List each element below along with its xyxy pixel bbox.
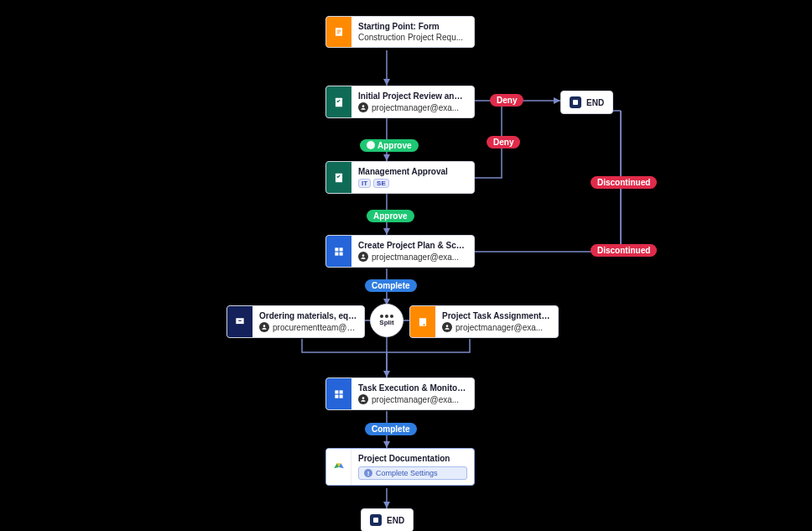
- node-initial-review[interactable]: Initial Project Review and Fe... project…: [325, 86, 475, 118]
- node-end[interactable]: END: [560, 91, 613, 114]
- svg-marker-7: [554, 97, 560, 104]
- svg-rect-18: [340, 252, 343, 255]
- svg-point-21: [263, 325, 266, 327]
- node-title: Create Project Plan & Sched...: [358, 241, 467, 250]
- assignee-row: projectmanager@exa...: [442, 322, 551, 332]
- svg-rect-12: [336, 97, 342, 107]
- node-ordering-materials[interactable]: Ordering materials, equipme... procureme…: [226, 305, 365, 338]
- svg-point-23: [446, 325, 449, 327]
- form-icon: [410, 306, 435, 337]
- mini-badge: IT: [358, 179, 371, 188]
- end-label: END: [387, 516, 404, 525]
- person-icon: [358, 252, 368, 262]
- node-subtitle: Construction Project Requ...: [358, 33, 467, 42]
- svg-rect-11: [337, 33, 340, 34]
- svg-rect-20: [238, 320, 242, 320]
- badge-row: IT SE: [358, 179, 467, 188]
- svg-rect-27: [340, 394, 343, 398]
- node-management-approval[interactable]: Management Approval IT SE: [325, 161, 475, 194]
- node-title: Ordering materials, equipme...: [259, 311, 357, 320]
- node-title: Initial Project Review and Fe...: [358, 91, 467, 101]
- assignee-text: projectmanager@exa...: [372, 395, 459, 404]
- node-split[interactable]: Split: [370, 304, 403, 337]
- svg-marker-4: [383, 371, 390, 377]
- pill-approve: Approve: [367, 210, 414, 222]
- person-icon: [358, 394, 368, 404]
- svg-rect-15: [335, 247, 338, 251]
- node-title: Management Approval: [358, 167, 467, 176]
- svg-rect-22: [419, 318, 426, 325]
- inbox-icon: [227, 306, 252, 337]
- svg-marker-5: [383, 441, 390, 448]
- node-create-plan[interactable]: Create Project Plan & Sched... projectma…: [325, 235, 475, 268]
- pill-complete: Complete: [365, 423, 417, 435]
- person-icon: [442, 322, 452, 332]
- svg-rect-17: [335, 252, 338, 255]
- svg-rect-10: [337, 31, 341, 32]
- svg-point-28: [362, 397, 365, 399]
- alert-icon: !: [364, 469, 372, 477]
- svg-rect-24: [335, 390, 338, 393]
- node-task-execution[interactable]: Task Execution & Monitoring projectmanag…: [325, 377, 475, 410]
- split-label: Split: [379, 319, 393, 326]
- svg-point-19: [362, 254, 365, 257]
- checklist-icon: [326, 86, 351, 117]
- node-title: Task Execution & Monitoring: [358, 383, 467, 393]
- person-icon: [259, 322, 269, 332]
- form-icon: [326, 17, 351, 47]
- assignee-text: projectmanager@exa...: [372, 103, 459, 112]
- assignee-text: projectmanager@exa...: [455, 323, 543, 332]
- mini-badge: SE: [373, 179, 389, 188]
- pill-complete: Complete: [365, 279, 417, 292]
- person-icon: [358, 102, 368, 112]
- assignee-text: projectmanager@exa...: [372, 252, 459, 262]
- node-end[interactable]: END: [361, 508, 414, 531]
- checklist-icon: [326, 162, 351, 193]
- stop-icon: [370, 514, 382, 526]
- node-starting-point[interactable]: Starting Point: Form Construction Projec…: [325, 16, 475, 48]
- svg-marker-2: [383, 228, 390, 235]
- node-task-assignment[interactable]: Project Task Assignment Form projectmana…: [409, 305, 559, 338]
- drive-icon: [326, 449, 351, 485]
- svg-rect-9: [337, 30, 341, 31]
- svg-marker-6: [383, 502, 390, 508]
- svg-point-13: [362, 105, 365, 107]
- check-icon: [367, 141, 375, 149]
- svg-marker-1: [383, 154, 390, 161]
- node-title: Starting Point: Form: [358, 22, 467, 31]
- assignee-row: projectmanager@exa...: [358, 394, 467, 404]
- pill-deny: Deny: [490, 94, 523, 107]
- pill-approve: Approve: [360, 139, 419, 152]
- pill-discontinued: Discontinued: [591, 176, 657, 189]
- svg-rect-25: [340, 390, 343, 393]
- svg-rect-16: [340, 247, 343, 251]
- svg-marker-0: [383, 79, 390, 86]
- pill-discontinued: Discontinued: [591, 244, 657, 257]
- stop-icon: [570, 96, 581, 108]
- button-label: Complete Settings: [376, 469, 438, 477]
- assignee-row: projectmanager@exa...: [358, 102, 467, 112]
- svg-rect-14: [336, 173, 342, 182]
- assignee-row: projectmanager@exa...: [358, 252, 467, 262]
- complete-settings-button[interactable]: ! Complete Settings: [358, 466, 467, 480]
- assignee-text: procurementteam@ex...: [273, 323, 357, 332]
- svg-rect-26: [335, 394, 338, 398]
- node-title: Project Task Assignment Form: [442, 311, 551, 320]
- grid-icon: [326, 236, 351, 267]
- pill-deny: Deny: [487, 136, 520, 148]
- grid-icon: [326, 378, 351, 409]
- node-title: Project Documentation: [358, 454, 467, 463]
- assignee-row: procurementteam@ex...: [259, 322, 357, 332]
- split-icon: [380, 315, 393, 318]
- node-project-documentation[interactable]: Project Documentation ! Complete Setting…: [325, 448, 475, 486]
- end-label: END: [586, 98, 604, 107]
